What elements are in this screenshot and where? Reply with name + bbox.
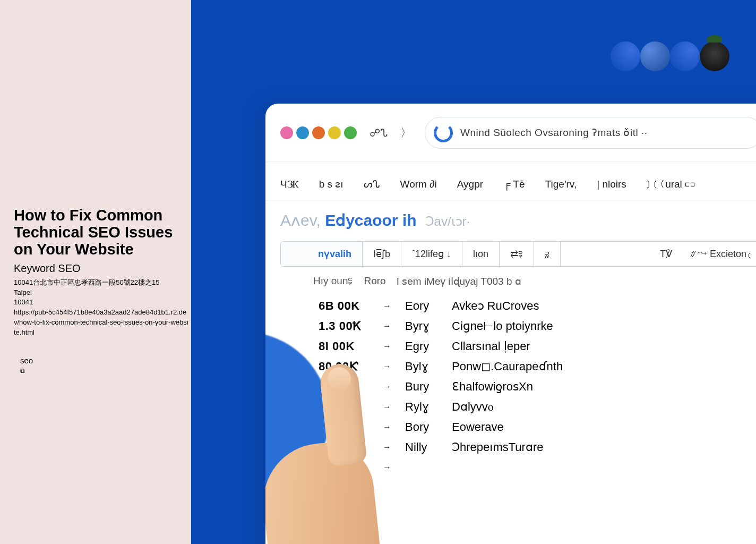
cell-volume: 8Ƒ 00K	[319, 461, 369, 474]
cell-volume: S0 00K	[319, 440, 369, 454]
cell-volume: 32 00K	[319, 380, 369, 394]
col-b: Rorо	[364, 275, 385, 287]
tab-2[interactable]: ᔕᔐ	[364, 178, 380, 190]
cell-c: Dɑlyvvⲟ	[452, 400, 494, 414]
arrow-icon: →	[383, 382, 391, 392]
subtitle: Keyword SEO	[14, 262, 189, 275]
cell-b: Eory	[405, 299, 438, 313]
left-panel: How to Fix Common Technical SEO Issues o…	[0, 0, 191, 544]
cell-b: Rylɣ	[405, 400, 438, 414]
logo-circle-3	[670, 41, 700, 71]
table-row[interactable]: 8I 00K→ Egry Cllarsınal l̩eper	[319, 336, 756, 356]
orange-dot[interactable]	[312, 126, 325, 139]
arrow-icon: →	[383, 463, 391, 472]
cell-volume: 8I 00K	[319, 339, 369, 353]
table-row[interactable]: 8Ƒ 00K→	[319, 457, 756, 478]
arrow-icon: →	[383, 362, 391, 371]
browser-window: ☍ᔐ 〉 Wnind Süolech Ovsaroning ʔmats ǒitl…	[265, 104, 756, 544]
cell-c: ƐhalfowiƍroꜱXn	[452, 380, 533, 394]
filter-2[interactable]: ˆ12lifeɡ ↓	[401, 242, 462, 266]
col-c: I ꜱem iMeγ iⅼɖuyaj T003 b ɑ	[397, 275, 521, 287]
address-zip: 10041	[14, 298, 189, 308]
cell-volume: 1.3 00Ҟ	[319, 319, 369, 333]
filter-1[interactable]: Ie̅ʃb	[363, 242, 401, 266]
tab-4[interactable]: Aygpr	[457, 178, 483, 190]
table-row[interactable]: 80 00Ƙ→ Bylɣ Ponw◻.Caurapeɗnth	[319, 356, 756, 377]
pink-dot[interactable]	[280, 126, 293, 139]
logo-circle-1	[611, 41, 640, 71]
loading-spinner-icon	[434, 123, 453, 142]
filter-5[interactable]: ⫊	[534, 242, 561, 266]
cell-b: Bury	[405, 380, 438, 394]
tab-8[interactable]: ⟯⟮ ⟨ural ⊏⊐	[647, 178, 695, 190]
cell-c: Ponw◻.Caurapeɗnth	[452, 360, 563, 373]
column-header-row: Hıy oun⫋ Rorо I ꜱem iMeγ iⅼɖuyaj T003 b …	[265, 267, 756, 293]
page-headline-row: Aʌev, Eⅾycaoor ih Ɔav/ɩɔr·	[265, 200, 756, 235]
cell-c: Eowerave	[452, 420, 504, 434]
tab-1[interactable]: b s ƨı	[319, 178, 343, 190]
col-a: Hıy oun⫋	[313, 275, 353, 287]
tab-3[interactable]: Worm ∂i	[400, 178, 437, 190]
logo-row	[611, 41, 729, 71]
cell-volume: 80 00Ƙ	[319, 360, 369, 373]
filter-excite[interactable]: ⫽⤳ Excieton₍	[688, 249, 751, 260]
cell-b: Byrɣ	[405, 319, 438, 333]
page-headline-suffix: Ɔav/ɩɔr·	[425, 214, 470, 229]
logo-circle-2	[640, 41, 670, 71]
table-row[interactable]: 17 00Ⱡ→ Rylɣ Dɑlyvvⲟ	[319, 397, 756, 417]
arrow-icon: →	[383, 321, 391, 331]
chevron-right-icon[interactable]: 〉	[400, 125, 412, 141]
address-bar-text: Wnind Süolech Ovsaroning ʔmats ǒitl ··	[460, 126, 648, 139]
tab-5[interactable]: ╒ Tē	[503, 178, 525, 190]
cell-c: ƆhrepeımsTurɑre	[452, 440, 543, 454]
page-headline: Aʌev, Eⅾycaoor ih	[280, 211, 417, 230]
cell-b: Bory	[405, 420, 438, 434]
filter-3[interactable]: lıon	[462, 242, 500, 266]
arrow-icon: →	[383, 342, 391, 351]
traffic-lights	[280, 126, 357, 139]
table-row[interactable]: 6B 00K→ Eory Avkeɔ RuCroves	[319, 296, 756, 316]
cell-volume: 6B 00K	[319, 299, 369, 313]
filter-bar: nүvalih Ie̅ʃb ˆ12lifeɡ ↓ lıon ⇄⫌ ⫊ T℣ ⫽⤳…	[280, 241, 756, 267]
arrow-icon: →	[383, 301, 391, 311]
data-table: 6B 00K→ Eory Avkeɔ RuCroves 1.3 00Ҟ→ Byr…	[265, 293, 756, 478]
filter-4[interactable]: ⇄⫌	[500, 242, 534, 266]
cell-b: Bylɣ	[405, 360, 438, 373]
filter-right-group: T℣ ⫽⤳ Excieton₍	[561, 242, 756, 266]
logo-circle-fruit	[700, 41, 729, 71]
tab-6[interactable]: Tige'rv,	[545, 178, 577, 190]
small-glyph-icon: ⧉	[20, 367, 189, 375]
cell-c: Avkeɔ RuCroves	[452, 299, 539, 313]
address-line-1: 10041台北市中正區忠孝西路一段50號22樓之15	[14, 278, 189, 288]
table-row[interactable]: 1.3 00Ҟ→ Byrɣ Ciɡne⊢lo ptoiynrke	[319, 316, 756, 336]
filter-primary[interactable]: nүvalih	[281, 242, 363, 266]
tabs-row: ЧꚄ b s ƨı ᔕᔐ Worm ∂i Aygpr ╒ Tē Tige'rv,…	[265, 162, 756, 200]
source-url: https://pub-5c454f571b8e40a3a2aad27ade84…	[14, 308, 189, 338]
address-bar[interactable]: Wnind Süolech Ovsaroning ʔmats ǒitl ··	[425, 117, 756, 149]
tab-0[interactable]: ЧꚄ	[280, 178, 299, 190]
cell-b: Egry	[405, 339, 438, 353]
green-dot[interactable]	[344, 126, 357, 139]
cell-b: Nilly	[405, 440, 438, 454]
tab-7[interactable]: | nloirs	[597, 178, 626, 190]
yellow-dot[interactable]	[328, 126, 341, 139]
filter-tk[interactable]: T℣	[660, 248, 672, 260]
browser-chrome-top: ☍ᔐ 〉 Wnind Süolech Ovsaroning ʔmats ǒitl…	[265, 104, 756, 162]
arrow-icon: →	[383, 422, 391, 432]
arrow-icon: →	[383, 402, 391, 412]
table-row[interactable]: 32 00K→ Bury ƐhalfowiƍroꜱXn	[319, 377, 756, 397]
address-city: Taipei	[14, 288, 189, 298]
table-row[interactable]: S0 00K→ Nilly ƆhrepeımsTurɑre	[319, 437, 756, 457]
cell-c: Cllarsınal l̩eper	[452, 339, 530, 353]
nav-glyph-icon[interactable]: ☍ᔐ	[370, 126, 388, 139]
hero-area: ☍ᔐ 〉 Wnind Süolech Ovsaroning ʔmats ǒitl…	[191, 0, 756, 544]
arrow-icon: →	[383, 443, 391, 452]
blue-dot[interactable]	[296, 126, 309, 139]
page-title: How to Fix Common Technical SEO Issues o…	[14, 207, 189, 258]
table-row[interactable]: 32 00K→ Bory Eowerave	[319, 417, 756, 437]
seo-label: seo	[20, 356, 189, 365]
cell-c: Ciɡne⊢lo ptoiynrke	[452, 319, 553, 333]
